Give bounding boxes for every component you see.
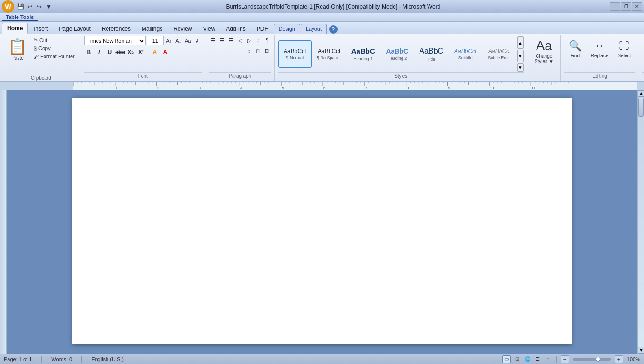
align-right-btn[interactable]: ≡	[227, 46, 235, 55]
scroll-up-btn[interactable]: ▲	[638, 90, 644, 97]
ruler-content[interactable]: 123456789101112	[73, 82, 637, 90]
style-subtleem-preview: AaBbCcI	[488, 48, 510, 55]
tab-page-layout[interactable]: Page Layout	[54, 23, 96, 34]
style-heading2[interactable]: AaBbC Heading 2	[381, 40, 414, 68]
scroll-down-btn[interactable]: ▼	[638, 347, 644, 354]
decrease-indent-btn[interactable]: ◁	[236, 36, 244, 45]
font-name-select[interactable]: Times New Roman	[84, 36, 146, 46]
bullets-btn[interactable]: ☰	[209, 36, 217, 45]
sign-encrypt-button[interactable]: 🔒 Sign andEncrypt	[642, 36, 644, 72]
style-title[interactable]: AaBbC Title	[415, 40, 448, 68]
tab-home[interactable]: Home	[2, 23, 28, 34]
numbering-btn[interactable]: ☰	[218, 36, 226, 45]
page-column-2[interactable]	[239, 98, 406, 344]
office-button[interactable]: W	[2, 0, 14, 13]
zoom-level[interactable]: 100%	[627, 356, 640, 362]
sort-btn[interactable]: ↕	[254, 36, 262, 45]
minimize-btn[interactable]: —	[610, 2, 620, 11]
style-subtle-em[interactable]: AaBbCcI Subtle Em...	[483, 40, 516, 68]
scroll-track[interactable]	[638, 97, 644, 347]
change-styles-button[interactable]: Aa ChangeStyles ▼	[531, 36, 557, 66]
increase-indent-btn[interactable]: ▷	[245, 36, 253, 45]
document-scroll-area[interactable]	[7, 90, 637, 354]
borders-btn[interactable]: ⊞	[263, 46, 271, 55]
page-info: Page: 1 of 1	[4, 356, 32, 362]
clear-format-btn[interactable]: ✗	[193, 36, 202, 45]
zoom-slider[interactable]	[573, 358, 611, 361]
style-subtitle[interactable]: AaBbCcI Subtitle	[449, 40, 482, 68]
tab-design[interactable]: Design	[274, 24, 300, 34]
undo-quick-btn[interactable]: ↩	[26, 2, 34, 11]
superscript-button[interactable]: X²	[136, 47, 146, 57]
align-left-btn[interactable]: ≡	[209, 46, 217, 55]
bold-button[interactable]: B	[84, 47, 94, 57]
tab-mailings[interactable]: Mailings	[136, 23, 168, 34]
find-button[interactable]: 🔍 Find	[564, 38, 586, 60]
save-quick-btn[interactable]: 💾	[16, 2, 25, 11]
table-tools-bar: Table Tools	[0, 13, 644, 22]
svg-text:11: 11	[531, 86, 536, 90]
full-screen-btn[interactable]: ⊡	[513, 355, 521, 363]
change-case-btn[interactable]: Aa	[184, 36, 192, 45]
page-column-1[interactable]	[72, 98, 239, 344]
draft-btn[interactable]: ≡	[544, 355, 553, 363]
style-normal[interactable]: AaBbCcI ¶ Normal	[278, 40, 312, 68]
scroll-thumb[interactable]	[638, 98, 644, 117]
styles-scroll-down[interactable]: ▼	[517, 50, 524, 62]
show-marks-btn[interactable]: ¶	[263, 36, 271, 45]
format-painter-button[interactable]: 🖌 Format Painter	[31, 53, 77, 60]
subscript-button[interactable]: X₂	[126, 47, 135, 57]
strikethrough-button[interactable]: abc	[116, 47, 125, 57]
web-layout-btn[interactable]: 🌐	[523, 355, 532, 363]
select-icon: ⛶	[619, 40, 629, 52]
font-group: Times New Roman A↑ A↓ Aa ✗ B I U abc X₂ …	[81, 35, 205, 81]
style-h2-label: Heading 2	[387, 56, 407, 61]
tab-view[interactable]: View	[198, 23, 221, 34]
style-heading1[interactable]: AaBbC Heading 1	[347, 40, 380, 68]
text-highlight-btn[interactable]: A	[150, 47, 160, 57]
customize-quick-btn[interactable]: ▼	[45, 2, 53, 11]
select-button[interactable]: ⛶ Select	[613, 38, 635, 60]
tab-layout[interactable]: Layout	[301, 24, 327, 34]
style-no-spacing[interactable]: AaBbCcI ¶ No Spaci...	[313, 40, 346, 68]
tab-review[interactable]: Review	[168, 23, 197, 34]
text-color-btn[interactable]: A	[161, 47, 170, 57]
font-size-input[interactable]	[147, 36, 164, 46]
style-nospacing-preview: AaBbCcI	[318, 48, 340, 55]
replace-button[interactable]: ↔ Replace	[587, 38, 613, 60]
multilevel-btn[interactable]: ☰	[227, 36, 235, 45]
shrink-font-btn[interactable]: A↓	[174, 36, 183, 45]
tab-pdf[interactable]: PDF	[251, 23, 273, 34]
close-btn[interactable]: ✕	[632, 2, 642, 11]
maximize-btn[interactable]: ❐	[621, 2, 631, 11]
copy-button[interactable]: ⎘ Copy	[31, 45, 77, 52]
tab-insert[interactable]: Insert	[28, 23, 53, 34]
tab-references[interactable]: References	[97, 23, 136, 34]
page-column-3[interactable]	[405, 98, 572, 344]
underline-button[interactable]: U	[105, 47, 115, 57]
styles-more-btn[interactable]: ▼	[517, 63, 524, 72]
vertical-scrollbar[interactable]: ▲ ▼	[637, 90, 644, 354]
styles-scroll-up[interactable]: ▲	[517, 36, 524, 49]
line-spacing-btn[interactable]: ↕	[245, 46, 253, 55]
align-center-btn[interactable]: ≡	[218, 46, 226, 55]
outline-btn[interactable]: ☰	[534, 355, 542, 363]
shading-btn[interactable]: ◻	[254, 46, 262, 55]
zoom-thumb[interactable]	[596, 357, 600, 362]
cut-button[interactable]: ✂ Cut	[31, 36, 77, 44]
paste-button[interactable]: 📋 Paste	[5, 36, 30, 62]
zoom-in-btn[interactable]: +	[615, 355, 623, 363]
style-nospacing-label: ¶ No Spaci...	[317, 55, 341, 60]
style-normal-preview: AaBbCcI	[284, 48, 306, 55]
language-indicator[interactable]: English (U.S.)	[91, 356, 124, 362]
tab-add-ins[interactable]: Add-Ins	[221, 23, 250, 34]
redo-quick-btn[interactable]: ↪	[35, 2, 44, 11]
print-layout-btn[interactable]: ▭	[502, 355, 511, 363]
justify-btn[interactable]: ≡	[236, 46, 244, 55]
font-name-row: Times New Roman A↑ A↓ Aa ✗	[84, 36, 202, 46]
italic-button[interactable]: I	[95, 47, 104, 57]
help-button[interactable]: ?	[329, 25, 338, 34]
grow-font-btn[interactable]: A↑	[165, 36, 173, 45]
style-subtitle-label: Subtitle	[458, 55, 473, 60]
zoom-out-btn[interactable]: −	[561, 355, 569, 363]
